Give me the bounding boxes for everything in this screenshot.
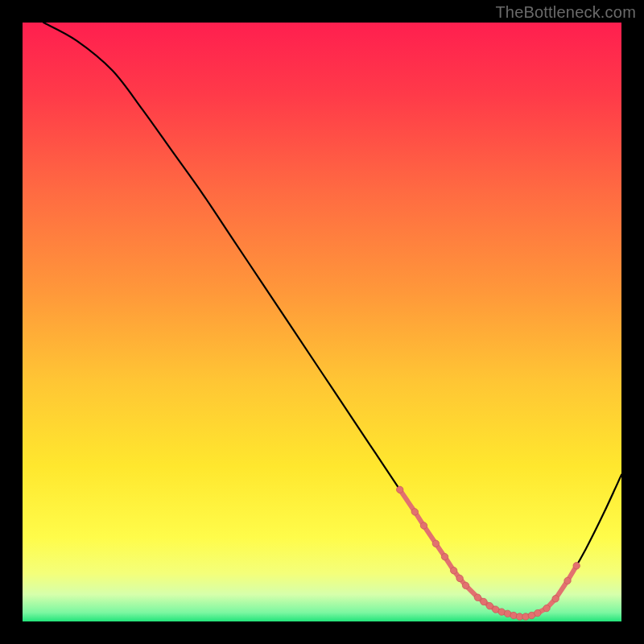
marker-dot [397, 486, 403, 493]
marker-dot [543, 605, 550, 611]
chart-svg [23, 23, 621, 621]
marker-dot [552, 596, 559, 602]
marker-dot [486, 602, 493, 609]
marker-dot [411, 509, 418, 515]
plot-area [23, 23, 621, 621]
marker-dot [573, 563, 580, 569]
marker-dot [510, 612, 517, 618]
marker-dot [564, 577, 571, 584]
chart-frame: TheBottleneck.com [0, 0, 644, 644]
marker-dot [481, 598, 487, 605]
marker-dot [535, 609, 541, 616]
marker-dot [450, 568, 456, 574]
marker-dot [456, 575, 463, 581]
marker-dot [420, 522, 427, 529]
marker-dot [462, 582, 469, 588]
marker-dot [522, 613, 529, 620]
credit-text: TheBottleneck.com [495, 3, 636, 22]
marker-dot [432, 540, 439, 547]
gradient-background [23, 23, 621, 621]
marker-dot [441, 553, 448, 559]
marker-dot [474, 594, 481, 601]
